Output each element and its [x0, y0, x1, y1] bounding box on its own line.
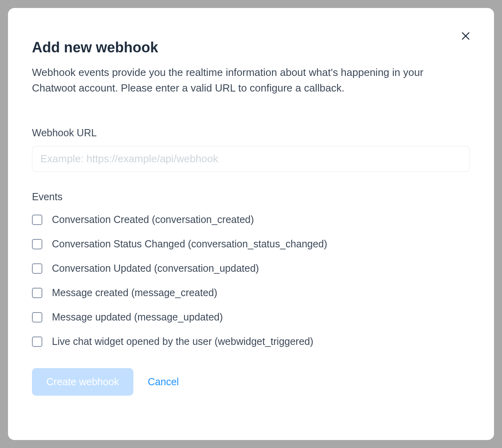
event-row: Conversation Status Changed (conversatio…: [32, 238, 470, 250]
create-webhook-button[interactable]: Create webhook: [32, 368, 133, 396]
close-button[interactable]: [459, 30, 472, 43]
event-label[interactable]: Live chat widget opened by the user (web…: [52, 336, 314, 347]
webhook-url-input[interactable]: [32, 146, 470, 172]
event-checkbox-conversation-created[interactable]: [32, 215, 42, 225]
button-row: Create webhook Cancel: [32, 368, 470, 396]
event-label[interactable]: Conversation Created (conversation_creat…: [52, 214, 254, 225]
modal-description: Webhook events provide you the realtime …: [32, 65, 431, 96]
event-row: Conversation Created (conversation_creat…: [32, 214, 470, 225]
event-checkbox-conversation-status-changed[interactable]: [32, 239, 42, 249]
event-checkbox-conversation-updated[interactable]: [32, 263, 42, 274]
event-row: Message created (message_created): [32, 287, 470, 299]
event-row: Message updated (message_updated): [32, 311, 470, 323]
event-label[interactable]: Message updated (message_updated): [52, 311, 223, 323]
event-row: Live chat widget opened by the user (web…: [32, 336, 470, 347]
events-label: Events: [32, 191, 470, 203]
events-list: Conversation Created (conversation_creat…: [32, 214, 470, 347]
event-label[interactable]: Conversation Updated (conversation_updat…: [52, 263, 259, 274]
webhook-url-label: Webhook URL: [32, 127, 470, 139]
event-checkbox-message-updated[interactable]: [32, 312, 42, 323]
close-icon: [460, 30, 471, 43]
cancel-button[interactable]: Cancel: [148, 376, 179, 388]
event-checkbox-message-created[interactable]: [32, 288, 42, 298]
event-row: Conversation Updated (conversation_updat…: [32, 263, 470, 274]
modal-title: Add new webhook: [32, 39, 470, 56]
event-checkbox-webwidget-triggered[interactable]: [32, 336, 42, 347]
event-label[interactable]: Message created (message_created): [52, 287, 217, 299]
event-label[interactable]: Conversation Status Changed (conversatio…: [52, 238, 327, 250]
add-webhook-modal: Add new webhook Webhook events provide y…: [8, 8, 494, 440]
